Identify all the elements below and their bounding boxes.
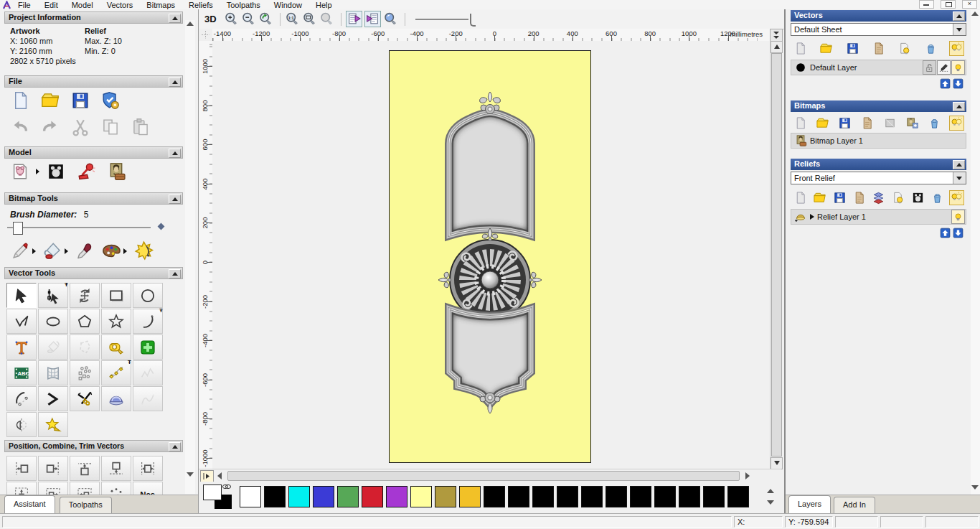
palette-swatch-2[interactable]: [288, 486, 310, 507]
palette-swatch-0[interactable]: [240, 486, 261, 507]
move-layer-down-icon[interactable]: [953, 78, 963, 89]
collapse-model-button[interactable]: [169, 149, 181, 158]
palette-swatch-18[interactable]: [679, 486, 700, 507]
palette-swatch-6[interactable]: [386, 486, 407, 507]
scroll-down-button[interactable]: [771, 457, 783, 469]
relief-calc-icon[interactable]: [911, 191, 925, 205]
menu-bitmaps[interactable]: Bitmaps: [146, 1, 175, 9]
layers-panel-scrollbar[interactable]: [971, 10, 980, 495]
open-model-icon[interactable]: [40, 90, 60, 111]
node-edit-tool[interactable]: [38, 283, 68, 308]
move-relief-up-icon[interactable]: [940, 228, 951, 238]
envelope-distort-tool[interactable]: [38, 360, 68, 385]
trim-vectors-tool[interactable]: [70, 386, 100, 411]
save-model-icon[interactable]: [70, 90, 90, 111]
relief-visibility-button[interactable]: [951, 210, 965, 224]
create-text-tool[interactable]: [6, 334, 37, 360]
flood-fill-icon[interactable]: [133, 240, 154, 261]
layer-bulb-icon[interactable]: [891, 191, 905, 205]
scroll-left-icon[interactable]: [217, 472, 222, 479]
layer-delete-icon[interactable]: [924, 42, 938, 55]
close-button[interactable]: ×: [962, 0, 977, 9]
palette-swatch-5[interactable]: [362, 486, 383, 507]
palette-swatch-7[interactable]: [410, 486, 432, 507]
scroll-down-icon[interactable]: [187, 472, 194, 477]
menu-edit[interactable]: Edit: [44, 1, 58, 9]
palette-scroll-up-icon[interactable]: [767, 489, 774, 493]
spline-disabled-tool[interactable]: [133, 386, 163, 411]
circle-tool[interactable]: [133, 283, 163, 308]
palette-swatch-17[interactable]: [654, 486, 676, 507]
flyout-arrow-icon[interactable]: [36, 169, 39, 174]
align-center-h-tool[interactable]: [133, 456, 163, 481]
canvas-vertical-scrollbar[interactable]: [770, 41, 782, 469]
palette-swatch-16[interactable]: [630, 486, 651, 507]
scroll-right-icon[interactable]: [745, 472, 750, 479]
undo-icon[interactable]: [10, 117, 30, 137]
bitmap-blank-icon[interactable]: [883, 116, 897, 130]
relief-dropdown-arrow-icon[interactable]: [953, 172, 966, 184]
menu-help[interactable]: Help: [316, 1, 332, 9]
layers-toggle-icon[interactable]: [950, 42, 963, 55]
copy-icon[interactable]: [100, 117, 121, 137]
relief-stack-icon[interactable]: [872, 191, 885, 205]
star-tool[interactable]: [101, 309, 131, 334]
flyout-arrow-icon[interactable]: [65, 248, 68, 254]
palette-swatch-14[interactable]: [581, 486, 603, 507]
palette-tool-icon[interactable]: [101, 240, 122, 261]
palette-toggle-button[interactable]: [200, 470, 214, 482]
tab-add-in[interactable]: Add In: [834, 497, 875, 513]
menu-model[interactable]: Model: [72, 1, 93, 9]
palette-scroll[interactable]: [765, 487, 776, 509]
flyout-arrow-icon[interactable]: [123, 248, 127, 254]
layer-save-icon[interactable]: [846, 42, 859, 55]
menu-file[interactable]: File: [18, 1, 31, 9]
restore-button[interactable]: [941, 0, 956, 9]
vector-doctor-tool[interactable]: [133, 334, 163, 360]
layer-snap-button[interactable]: [937, 60, 951, 75]
zoom-in-icon[interactable]: [224, 11, 239, 27]
palette-swatch-20[interactable]: [727, 486, 749, 507]
tab-toolpaths[interactable]: Toolpaths: [60, 497, 112, 513]
move-relief-down-icon[interactable]: [953, 228, 963, 238]
collapse-position-button[interactable]: [169, 442, 181, 451]
collapse-project-button[interactable]: [169, 14, 181, 23]
palette-swatch-11[interactable]: [508, 486, 529, 507]
collapse-reliefs-button[interactable]: [953, 160, 965, 169]
menu-window[interactable]: Window: [274, 1, 302, 9]
tab-assistant[interactable]: Assistant: [4, 495, 55, 513]
assistant-scrollbar[interactable]: [185, 20, 195, 494]
layer-merge-icon[interactable]: [872, 42, 885, 55]
triangle-mesh-icon[interactable]: [46, 161, 66, 182]
polygon-tool[interactable]: [70, 309, 100, 334]
expand-relief-layer-icon[interactable]: [810, 214, 814, 220]
transform-tool[interactable]: [70, 283, 100, 308]
palette-swatch-4[interactable]: [337, 486, 359, 507]
preview-relief-icon[interactable]: [383, 11, 398, 27]
minimize-button[interactable]: [919, 0, 934, 9]
slider-handle[interactable]: [13, 222, 23, 235]
star-wizard-tool[interactable]: [38, 412, 68, 437]
bitmap-fade-slider[interactable]: [415, 14, 476, 25]
panel-scroll-down-icon[interactable]: [971, 485, 979, 490]
scroll-up-button[interactable]: [771, 41, 783, 53]
align-left-tool[interactable]: [6, 456, 37, 481]
primary-color-swatch[interactable]: [203, 484, 222, 500]
polyline-tool[interactable]: [6, 309, 37, 334]
zoom-previous-icon[interactable]: [258, 11, 273, 27]
arc-tool[interactable]: [133, 309, 163, 334]
layer-lock-button[interactable]: [923, 60, 936, 75]
relief-dropdown[interactable]: Front Relief: [791, 172, 966, 184]
arc-fit-tool[interactable]: [6, 386, 37, 411]
menu-reliefs[interactable]: Reliefs: [189, 1, 213, 9]
palette-swatch-13[interactable]: [557, 486, 578, 507]
layer-delete-icon[interactable]: [930, 191, 944, 205]
vertical-scroll-thumb[interactable]: [771, 53, 782, 457]
align-up-tool[interactable]: [70, 456, 100, 481]
mirror-vectors-tool[interactable]: [6, 412, 37, 437]
colour-picker-icon[interactable]: [75, 240, 95, 261]
menu-vectors[interactable]: Vectors: [107, 1, 133, 9]
rectangle-tool[interactable]: [101, 283, 131, 308]
relief-layer-row[interactable]: Relief Layer 1: [791, 209, 966, 225]
view-3d-button[interactable]: 3D: [204, 14, 217, 24]
